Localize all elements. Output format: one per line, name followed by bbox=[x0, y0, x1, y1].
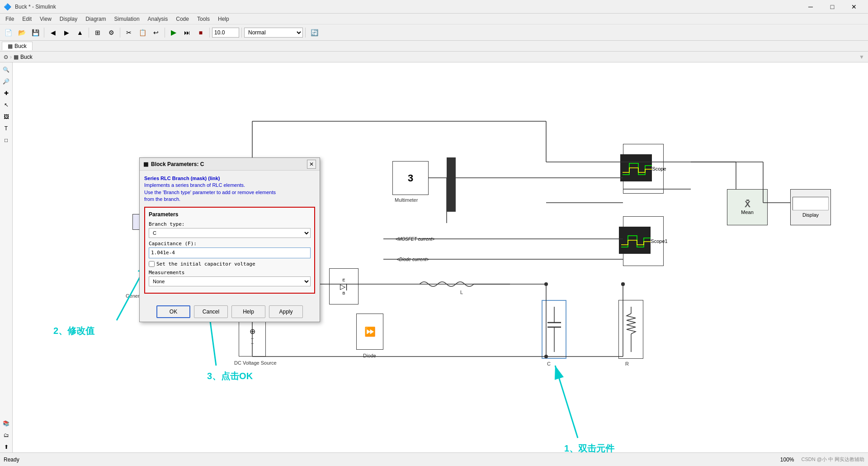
zoom-out-button[interactable]: 🔎 bbox=[1, 76, 12, 87]
svg-point-31 bbox=[621, 282, 625, 286]
toolbar-new[interactable]: 📄 bbox=[2, 26, 14, 39]
breadcrumb-block-icon: ▦ bbox=[14, 54, 19, 60]
text-button[interactable]: T bbox=[1, 123, 12, 134]
scope-block[interactable]: Scope bbox=[623, 144, 664, 194]
resistor-block[interactable] bbox=[618, 300, 643, 359]
current-sensor bbox=[447, 157, 456, 212]
toolbar-stop[interactable]: ■ bbox=[194, 26, 207, 39]
sim-time-input[interactable]: 10.0 bbox=[212, 28, 239, 38]
sim-mode-select[interactable]: Normal Accelerator Rapid Accelerator bbox=[244, 28, 303, 38]
menu-view[interactable]: View bbox=[36, 15, 55, 23]
toolbar-save[interactable]: 💾 bbox=[29, 26, 42, 39]
menu-tools[interactable]: Tools bbox=[193, 15, 213, 23]
annotation-step3: 3、点击OK bbox=[207, 370, 253, 382]
mosfet-current-block: <MOSFET current> bbox=[383, 232, 447, 246]
select-button[interactable]: ↖ bbox=[1, 100, 12, 110]
params-title: Parameters bbox=[149, 211, 311, 218]
tab-bar: ▦ Buck bbox=[0, 41, 868, 52]
library-button[interactable]: 📚 bbox=[1, 418, 12, 429]
diode-current-block: <Diode current> bbox=[383, 252, 442, 266]
toolbar-play[interactable]: ▶ bbox=[167, 26, 180, 39]
capacitor-svg bbox=[545, 307, 563, 352]
pan-button[interactable]: ✚ bbox=[1, 88, 12, 99]
dialog-title-text: Block Parameters: C bbox=[151, 161, 204, 167]
menu-help[interactable]: Help bbox=[214, 15, 233, 23]
mosfet-current-label: <MOSFET current> bbox=[395, 237, 434, 242]
toolbar-options[interactable]: ⚙ bbox=[105, 26, 118, 39]
dialog-close-button[interactable]: ✕ bbox=[307, 160, 316, 169]
scope-label: Scope bbox=[652, 166, 666, 171]
left-toolbar: 🔍 🔎 ✚ ↖ 🖼 T □ 📚 🗂 ⬆ bbox=[0, 62, 13, 452]
zoom-in-button[interactable]: 🔍 bbox=[1, 64, 12, 75]
toolbar-cut[interactable]: ✂ bbox=[123, 26, 135, 39]
toolbar-forward[interactable]: ▶ bbox=[60, 26, 73, 39]
branch-type-select[interactable]: C R L RLC bbox=[149, 228, 311, 238]
toolbar-undo[interactable]: ↩ bbox=[150, 26, 162, 39]
diode-block[interactable]: ⏩ bbox=[356, 314, 383, 350]
dialog-content: Series RLC Branch (mask) (link) Implemen… bbox=[140, 171, 320, 302]
toolbar-sep4 bbox=[165, 28, 165, 38]
menu-diagram[interactable]: Diagram bbox=[82, 15, 109, 23]
block-parameters-dialog[interactable]: ▦ Block Parameters: C ✕ Series RLC Branc… bbox=[139, 157, 320, 322]
tab-buck[interactable]: ▦ Buck bbox=[2, 42, 33, 50]
close-button[interactable]: ✕ bbox=[844, 0, 864, 14]
dialog-buttons: OK Cancel Help Apply bbox=[140, 302, 320, 322]
menu-display[interactable]: Display bbox=[56, 15, 81, 23]
measurements-select[interactable]: None Branch voltage Branch current bbox=[149, 276, 311, 286]
annotation-step1: 1、双击元件 bbox=[564, 442, 614, 452]
maximize-button[interactable]: □ bbox=[822, 0, 843, 14]
image-button[interactable]: 🖼 bbox=[1, 111, 12, 122]
menu-code[interactable]: Code bbox=[172, 15, 193, 23]
capacitance-input[interactable] bbox=[149, 247, 311, 258]
display-block[interactable]: Display bbox=[790, 189, 831, 225]
menu-analysis[interactable]: Analysis bbox=[144, 15, 172, 23]
apply-button[interactable]: Apply bbox=[269, 305, 303, 318]
menu-file[interactable]: File bbox=[2, 15, 18, 23]
help-button[interactable]: Help bbox=[231, 305, 265, 318]
toolbar-fit[interactable]: ⊞ bbox=[91, 26, 104, 39]
multimeter-block[interactable]: 3 bbox=[392, 161, 429, 195]
branch-type-label: Branch type: bbox=[149, 221, 311, 227]
ok-button[interactable]: OK bbox=[156, 305, 190, 318]
toolbar-step[interactable]: ⏭ bbox=[181, 26, 193, 39]
main-area: 🔍 🔎 ✚ ↖ 🖼 T □ 📚 🗂 ⬆ bbox=[0, 62, 868, 452]
mosfet-block[interactable]: E ▷| B bbox=[329, 268, 359, 304]
checkbox-label: Set the initial capacitor voltage bbox=[156, 261, 255, 267]
expand-button[interactable]: ⬆ bbox=[1, 442, 12, 452]
cancel-button[interactable]: Cancel bbox=[194, 305, 228, 318]
dialog-description: Series RLC Branch (mask) (link) Implemen… bbox=[144, 175, 315, 203]
title-bar: 🔷 Buck * - Simulink ─ □ ✕ bbox=[0, 0, 868, 14]
menu-simulation[interactable]: Simulation bbox=[111, 15, 143, 23]
capacitance-row: Capacitance (F): bbox=[149, 241, 311, 258]
inductor-block[interactable] bbox=[420, 277, 510, 292]
dialog-title: ▦ Block Parameters: C bbox=[143, 161, 204, 167]
toolbar-paste[interactable]: 📋 bbox=[136, 26, 149, 39]
breadcrumb-end: ▼ bbox=[859, 54, 864, 60]
status-right: 100% CSDN @小 中 网实达教辅助 bbox=[780, 456, 864, 463]
dialog-titlebar: ▦ Block Parameters: C ✕ bbox=[140, 158, 320, 171]
inductor-label: L bbox=[460, 290, 463, 295]
toolbar-sep5 bbox=[209, 28, 210, 38]
capacitor-block[interactable] bbox=[542, 300, 566, 359]
description-line3: Implements a series branch of RLC elemen… bbox=[144, 182, 315, 189]
initial-voltage-checkbox[interactable] bbox=[149, 261, 155, 267]
scope1-block[interactable]: Scope1 bbox=[623, 216, 664, 266]
minimize-button[interactable]: ─ bbox=[800, 0, 821, 14]
menu-edit[interactable]: Edit bbox=[19, 15, 35, 23]
toolbar-refresh[interactable]: 🔄 bbox=[308, 26, 321, 39]
canvas-area: Conpow Generator Mosfet 3 Multimeter <MO… bbox=[13, 62, 868, 452]
toolbar-open[interactable]: 📂 bbox=[15, 26, 28, 39]
explorer-button[interactable]: 🗂 bbox=[1, 430, 12, 441]
toolbar-up[interactable]: ▲ bbox=[74, 26, 86, 39]
display-label: Display bbox=[802, 212, 819, 218]
dialog-params: Parameters Branch type: C R L RLC bbox=[144, 207, 315, 294]
status-bar: Ready 100% CSDN @小 中 网实达教辅助 bbox=[0, 452, 868, 466]
mean-block[interactable]: X̄ Mean bbox=[727, 189, 768, 225]
scope1-label: Scope1 bbox=[651, 238, 667, 244]
status-text: Ready bbox=[4, 456, 19, 463]
toolbar-back[interactable]: ◀ bbox=[47, 26, 59, 39]
rect-button[interactable]: □ bbox=[1, 135, 12, 146]
menu-bar: File Edit View Display Diagram Simulatio… bbox=[0, 14, 868, 24]
checkbox-row: Set the initial capacitor voltage bbox=[149, 261, 311, 267]
breadcrumb-bar: ⊙ › ▦ Buck ▼ bbox=[0, 52, 868, 62]
